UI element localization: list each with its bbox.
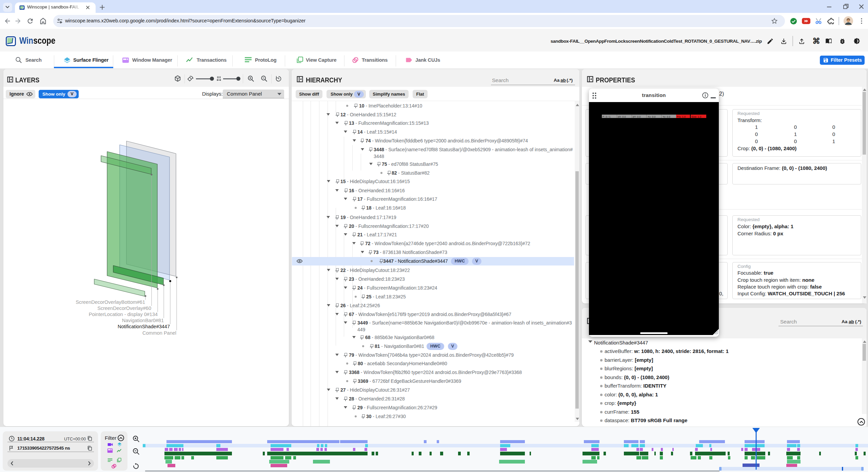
- svg-text:ScreenDecorOverlay#60: ScreenDecorOverlay#60: [97, 306, 151, 311]
- svg-text:PointerLocation - display 0#13: PointerLocation - display 0#134: [89, 312, 158, 317]
- svg-text:ScreenDecorOverlayBottom#61: ScreenDecorOverlayBottom#61: [76, 299, 145, 305]
- svg-text:NavigationBar0#81: NavigationBar0#81: [122, 318, 164, 323]
- svg-text:Common Panel: Common Panel: [142, 330, 176, 336]
- svg-text:NotificationShade#3447: NotificationShade#3447: [118, 324, 170, 329]
